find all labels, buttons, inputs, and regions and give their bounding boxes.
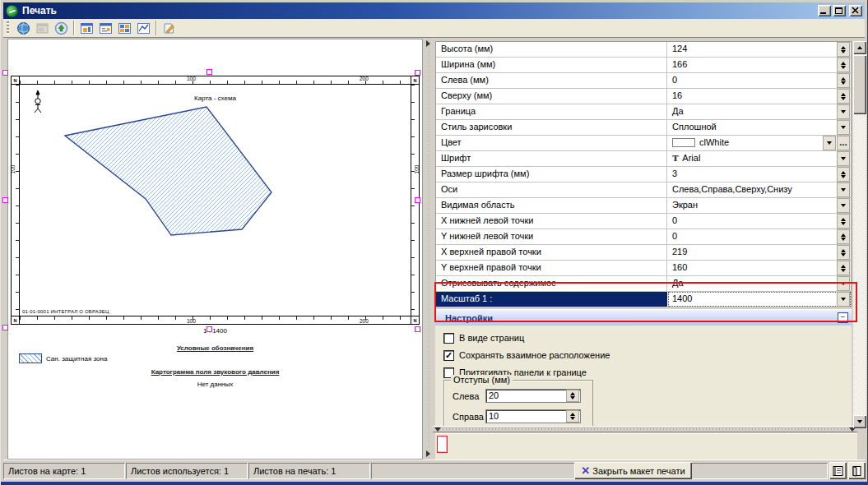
property-grid: Высота (мм)124 Ширина (мм)166 Слева (мм)… (435, 41, 852, 307)
close-print-layout-button[interactable]: ✕ Закрыть макет печати (574, 462, 692, 479)
checkbox[interactable] (443, 333, 454, 344)
property-value[interactable]: Слева,Справа,Сверху,Снизу (668, 182, 851, 197)
property-row[interactable]: Ширина (мм)166 (436, 58, 851, 73)
collapse-button[interactable]: − (838, 312, 848, 323)
property-value[interactable]: 0 (668, 214, 851, 229)
collapsed-splitter[interactable] (433, 426, 857, 432)
spinner-button[interactable] (837, 73, 850, 88)
dropdown-button[interactable] (837, 104, 850, 119)
toolbar-grip[interactable] (7, 21, 9, 35)
tile-windows-icon[interactable] (115, 19, 134, 37)
property-value[interactable]: ТArial (668, 151, 851, 166)
property-row[interactable]: ГраницаДа (436, 104, 851, 120)
property-row[interactable]: Отрисовывать содержимоеДа (436, 276, 851, 292)
property-row[interactable]: Высота (мм)124 (436, 42, 851, 58)
property-value[interactable]: Экран (668, 198, 851, 213)
scroll-up-button[interactable] (853, 41, 866, 54)
page-layout-icon-button[interactable] (848, 462, 866, 479)
property-row-selected[interactable]: Масштаб 1 :1400 (436, 292, 851, 307)
spinner-button[interactable] (837, 167, 850, 182)
property-label: X нижней левой точки (436, 214, 667, 229)
chart-window-icon[interactable] (134, 19, 153, 37)
map-window-icon[interactable] (77, 19, 96, 37)
dropdown-button[interactable] (837, 292, 850, 307)
minimize-button[interactable] (818, 5, 831, 16)
property-value[interactable]: 219 (668, 245, 851, 260)
spinner-button[interactable] (837, 261, 850, 275)
property-value[interactable]: 160 (668, 261, 851, 275)
property-row[interactable]: ШрифтТArial (436, 151, 851, 167)
selection-handle[interactable] (2, 70, 8, 76)
publish-up-icon[interactable] (52, 19, 71, 37)
maximize-button[interactable] (833, 5, 846, 16)
spinner-button[interactable] (566, 410, 579, 423)
edit-notes-icon[interactable] (160, 19, 179, 37)
margin-right-input[interactable]: 10 (485, 409, 581, 423)
page-view-icon-button[interactable] (829, 462, 847, 479)
splitter-arrow-icon[interactable] (426, 40, 430, 47)
property-row[interactable]: Размер шрифта (мм)3 (436, 167, 851, 182)
dropdown-button[interactable] (837, 151, 850, 166)
panel-splitter[interactable] (423, 38, 435, 460)
splitter-arrow-icon[interactable] (426, 450, 430, 457)
selection-handle[interactable] (415, 326, 420, 332)
property-value[interactable]: Сплошной (668, 120, 851, 135)
property-row[interactable]: Стиль зарисовкиСплошной (436, 120, 851, 136)
splitter-arrow-icon[interactable] (434, 427, 441, 432)
settings-section-header[interactable]: Настройки − (435, 309, 852, 326)
spinner-button[interactable] (837, 89, 850, 104)
selection-handle[interactable] (2, 325, 8, 330)
selection-handle[interactable] (415, 70, 420, 76)
property-value[interactable]: 16 (668, 89, 851, 104)
selection-handle[interactable] (207, 69, 212, 75)
selection-handle[interactable] (207, 326, 212, 332)
spinner-button[interactable] (837, 58, 850, 72)
scrollbar[interactable] (853, 41, 866, 428)
map-preview-panel[interactable]: Карта - схема 100 200 100 200 100 100 N (7, 39, 423, 460)
ellipsis-button[interactable]: … (837, 136, 850, 150)
report-window-icon[interactable] (96, 19, 115, 37)
dropdown-button[interactable] (823, 136, 836, 150)
property-row[interactable]: ОсиСлева,Справа,Сверху,Снизу (436, 182, 851, 198)
selection-handle[interactable] (2, 197, 8, 203)
property-row[interactable]: ЦветclWhite… (436, 136, 851, 151)
property-value[interactable]: Да (668, 276, 851, 291)
spinner-button[interactable] (837, 214, 850, 229)
checkbox[interactable]: ✓ (443, 350, 454, 361)
property-value[interactable]: 124 (668, 42, 851, 57)
property-value[interactable]: 3 (668, 167, 851, 182)
property-value[interactable]: clWhite… (668, 136, 851, 150)
spinner-button[interactable] (837, 229, 850, 244)
scrollbar-thumb[interactable] (853, 55, 866, 114)
property-value[interactable]: Да (668, 104, 851, 119)
dropdown-button[interactable] (837, 120, 850, 135)
property-value[interactable]: 0 (668, 229, 851, 244)
checkbox-row[interactable]: ✓ Сохранять взаимное расположение (443, 349, 610, 361)
property-row[interactable]: X верхней правой точки219 (436, 245, 851, 261)
property-value[interactable]: 0 (668, 73, 851, 88)
property-value[interactable]: 1400 (668, 292, 851, 307)
dropdown-button[interactable] (837, 198, 850, 213)
close-button[interactable] (849, 5, 862, 16)
selection-handle[interactable] (415, 197, 420, 203)
property-row[interactable]: X нижней левой точки0 (436, 214, 851, 229)
property-value[interactable]: 166 (668, 58, 851, 72)
spinner-button[interactable] (566, 390, 579, 402)
scroll-down-button[interactable] (853, 415, 866, 428)
print-preview-icon[interactable] (33, 19, 52, 37)
property-row[interactable]: Сверху (мм)16 (436, 89, 851, 104)
title-bar[interactable]: Печать (3, 2, 865, 19)
property-row[interactable]: Видимая областьЭкран (436, 198, 851, 214)
toolbar-separator (155, 21, 157, 35)
property-row[interactable]: Y верхней правой точки160 (436, 261, 851, 276)
dropdown-button[interactable] (837, 276, 850, 291)
checkbox-row[interactable]: В виде страниц (443, 332, 524, 344)
property-row[interactable]: Y нижней левой точки0 (436, 229, 851, 245)
dropdown-button[interactable] (837, 182, 850, 197)
globe-icon[interactable] (14, 19, 33, 37)
margin-left-input[interactable]: 20 (485, 389, 581, 403)
page-thumbnail-icon[interactable] (437, 436, 448, 453)
spinner-button[interactable] (837, 245, 850, 260)
property-row[interactable]: Слева (мм)0 (436, 73, 851, 89)
spinner-button[interactable] (837, 42, 850, 57)
